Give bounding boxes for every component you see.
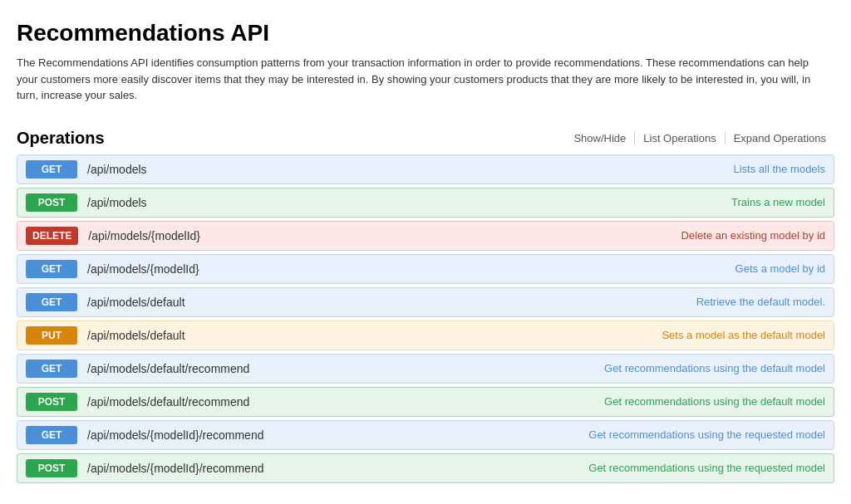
- method-badge: POST: [26, 459, 77, 477]
- operation-description: Trains a new model: [731, 196, 825, 208]
- operation-path: /api/models/{modelId}: [87, 262, 735, 276]
- operation-description: Get recommendations using the requested …: [588, 462, 825, 474]
- operation-description: Lists all the models: [733, 163, 825, 175]
- method-badge: GET: [26, 426, 77, 444]
- operation-row[interactable]: GET/api/modelsLists all the models: [17, 154, 834, 184]
- operations-list: GET/api/modelsLists all the modelsPOST/a…: [17, 154, 834, 483]
- operation-row[interactable]: GET/api/models/{modelId}/recommendGet re…: [17, 420, 834, 450]
- method-badge: GET: [26, 360, 77, 378]
- operation-path: /api/models/{modelId}/recommend: [87, 428, 588, 442]
- list-operations-control[interactable]: List Operations: [635, 132, 725, 144]
- operation-row[interactable]: POST/api/models/default/recommendGet rec…: [17, 387, 834, 417]
- operation-path: /api/models/default: [87, 296, 696, 309]
- operation-row[interactable]: GET/api/models/default/recommendGet reco…: [17, 354, 834, 384]
- operation-path: /api/models/{modelId}: [88, 229, 681, 242]
- operation-path: /api/models: [87, 163, 733, 176]
- operation-path: /api/models/default: [87, 329, 662, 342]
- operation-path: /api/models: [87, 196, 731, 209]
- operation-row[interactable]: POST/api/models/{modelId}/recommendGet r…: [17, 453, 834, 483]
- operation-row[interactable]: GET/api/models/defaultRetrieve the defau…: [17, 287, 834, 317]
- operation-path: /api/models/default/recommend: [87, 395, 604, 409]
- page-title: Recommendations API: [17, 20, 834, 46]
- operation-path: /api/models/{modelId}/recommend: [87, 462, 588, 475]
- operation-description: Gets a model by id: [735, 262, 825, 275]
- operations-controls: Show/Hide List Operations Expand Operati…: [565, 132, 834, 144]
- operations-title: Operations: [17, 129, 105, 148]
- page-description: The Recommendations API identifies consu…: [17, 55, 831, 104]
- show-hide-control[interactable]: Show/Hide: [565, 132, 635, 144]
- operation-description: Get recommendations using the default mo…: [604, 395, 825, 408]
- method-badge: POST: [26, 393, 77, 411]
- operation-row[interactable]: GET/api/models/{modelId}Gets a model by …: [17, 254, 834, 284]
- method-badge: GET: [26, 260, 77, 278]
- method-badge: GET: [26, 160, 77, 179]
- operation-description: Retrieve the default model.: [696, 296, 825, 308]
- operation-row[interactable]: PUT/api/models/defaultSets a model as th…: [17, 321, 834, 350]
- operation-description: Delete an existing model by id: [681, 229, 825, 242]
- operations-header: Operations Show/Hide List Operations Exp…: [17, 129, 834, 148]
- operation-description: Sets a model as the default model: [662, 329, 825, 341]
- method-badge: PUT: [26, 326, 77, 345]
- method-badge: POST: [26, 193, 77, 212]
- operation-description: Get recommendations using the requested …: [588, 428, 825, 441]
- method-badge: DELETE: [26, 227, 78, 245]
- expand-operations-control[interactable]: Expand Operations: [726, 132, 834, 144]
- operation-path: /api/models/default/recommend: [87, 362, 604, 375]
- operation-row[interactable]: DELETE/api/models/{modelId}Delete an exi…: [17, 221, 834, 251]
- operation-description: Get recommendations using the default mo…: [604, 362, 825, 374]
- method-badge: GET: [26, 293, 77, 311]
- operation-row[interactable]: POST/api/modelsTrains a new model: [17, 188, 834, 218]
